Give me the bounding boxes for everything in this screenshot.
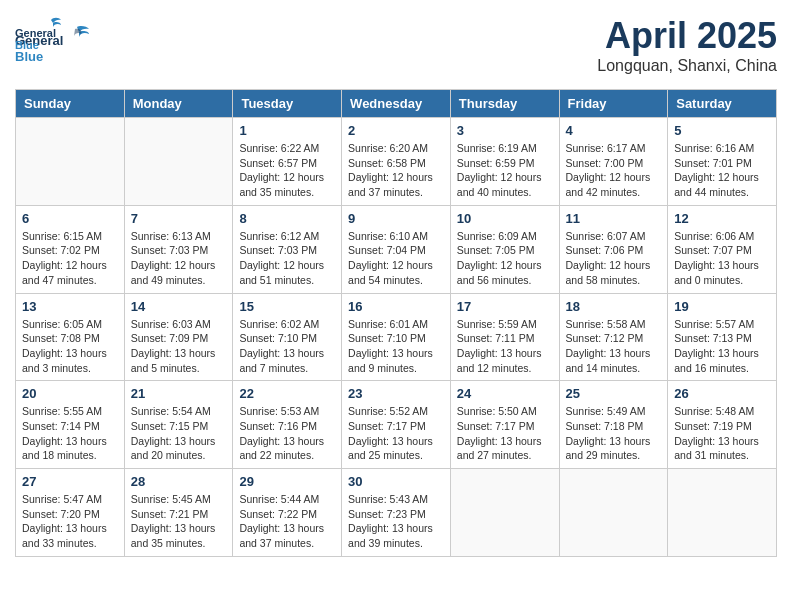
day-info: Sunrise: 6:17 AM Sunset: 7:00 PM Dayligh… [566,141,662,200]
header-friday: Friday [559,90,668,118]
table-row: 18Sunrise: 5:58 AM Sunset: 7:12 PM Dayli… [559,293,668,381]
table-row [16,118,125,206]
day-number: 6 [22,211,118,226]
day-number: 7 [131,211,227,226]
day-number: 9 [348,211,444,226]
day-info: Sunrise: 5:59 AM Sunset: 7:11 PM Dayligh… [457,317,553,376]
table-row: 12Sunrise: 6:06 AM Sunset: 7:07 PM Dayli… [668,205,777,293]
day-info: Sunrise: 5:53 AM Sunset: 7:16 PM Dayligh… [239,404,335,463]
table-row: 26Sunrise: 5:48 AM Sunset: 7:19 PM Dayli… [668,381,777,469]
day-number: 11 [566,211,662,226]
day-info: Sunrise: 5:43 AM Sunset: 7:23 PM Dayligh… [348,492,444,551]
calendar-header-row: Sunday Monday Tuesday Wednesday Thursday… [16,90,777,118]
svg-text:General: General [15,27,56,39]
table-row: 3Sunrise: 6:19 AM Sunset: 6:59 PM Daylig… [450,118,559,206]
day-number: 4 [566,123,662,138]
day-info: Sunrise: 6:01 AM Sunset: 7:10 PM Dayligh… [348,317,444,376]
day-info: Sunrise: 6:05 AM Sunset: 7:08 PM Dayligh… [22,317,118,376]
day-number: 5 [674,123,770,138]
day-number: 27 [22,474,118,489]
day-info: Sunrise: 6:13 AM Sunset: 7:03 PM Dayligh… [131,229,227,288]
day-number: 28 [131,474,227,489]
day-info: Sunrise: 6:06 AM Sunset: 7:07 PM Dayligh… [674,229,770,288]
day-number: 13 [22,299,118,314]
calendar-week-row: 6Sunrise: 6:15 AM Sunset: 7:02 PM Daylig… [16,205,777,293]
header-monday: Monday [124,90,233,118]
day-number: 19 [674,299,770,314]
day-info: Sunrise: 6:03 AM Sunset: 7:09 PM Dayligh… [131,317,227,376]
table-row: 17Sunrise: 5:59 AM Sunset: 7:11 PM Dayli… [450,293,559,381]
month-title: April 2025 [597,15,777,57]
day-info: Sunrise: 5:50 AM Sunset: 7:17 PM Dayligh… [457,404,553,463]
table-row: 4Sunrise: 6:17 AM Sunset: 7:00 PM Daylig… [559,118,668,206]
svg-text:Blue: Blue [15,39,39,51]
day-number: 22 [239,386,335,401]
table-row: 2Sunrise: 6:20 AM Sunset: 6:58 PM Daylig… [342,118,451,206]
table-row: 29Sunrise: 5:44 AM Sunset: 7:22 PM Dayli… [233,469,342,557]
table-row: 10Sunrise: 6:09 AM Sunset: 7:05 PM Dayli… [450,205,559,293]
day-number: 16 [348,299,444,314]
day-number: 10 [457,211,553,226]
day-number: 30 [348,474,444,489]
day-number: 2 [348,123,444,138]
calendar-week-row: 13Sunrise: 6:05 AM Sunset: 7:08 PM Dayli… [16,293,777,381]
table-row: 15Sunrise: 6:02 AM Sunset: 7:10 PM Dayli… [233,293,342,381]
table-row: 11Sunrise: 6:07 AM Sunset: 7:06 PM Dayli… [559,205,668,293]
table-row: 16Sunrise: 6:01 AM Sunset: 7:10 PM Dayli… [342,293,451,381]
day-number: 20 [22,386,118,401]
calendar-week-row: 27Sunrise: 5:47 AM Sunset: 7:20 PM Dayli… [16,469,777,557]
table-row: 25Sunrise: 5:49 AM Sunset: 7:18 PM Dayli… [559,381,668,469]
day-info: Sunrise: 5:48 AM Sunset: 7:19 PM Dayligh… [674,404,770,463]
table-row: 19Sunrise: 5:57 AM Sunset: 7:13 PM Dayli… [668,293,777,381]
day-info: Sunrise: 5:45 AM Sunset: 7:21 PM Dayligh… [131,492,227,551]
day-info: Sunrise: 6:16 AM Sunset: 7:01 PM Dayligh… [674,141,770,200]
table-row: 1Sunrise: 6:22 AM Sunset: 6:57 PM Daylig… [233,118,342,206]
day-number: 8 [239,211,335,226]
day-info: Sunrise: 6:20 AM Sunset: 6:58 PM Dayligh… [348,141,444,200]
table-row: 20Sunrise: 5:55 AM Sunset: 7:14 PM Dayli… [16,381,125,469]
location: Longquan, Shanxi, China [597,57,777,75]
day-info: Sunrise: 5:44 AM Sunset: 7:22 PM Dayligh… [239,492,335,551]
table-row: 21Sunrise: 5:54 AM Sunset: 7:15 PM Dayli… [124,381,233,469]
logo: General Blue General Blue [15,15,95,79]
day-info: Sunrise: 6:07 AM Sunset: 7:06 PM Dayligh… [566,229,662,288]
day-info: Sunrise: 5:57 AM Sunset: 7:13 PM Dayligh… [674,317,770,376]
table-row: 30Sunrise: 5:43 AM Sunset: 7:23 PM Dayli… [342,469,451,557]
day-info: Sunrise: 6:10 AM Sunset: 7:04 PM Dayligh… [348,229,444,288]
day-info: Sunrise: 5:49 AM Sunset: 7:18 PM Dayligh… [566,404,662,463]
table-row: 6Sunrise: 6:15 AM Sunset: 7:02 PM Daylig… [16,205,125,293]
day-number: 21 [131,386,227,401]
page-header: General Blue General Blue April 2025 Lon… [15,15,777,79]
table-row: 24Sunrise: 5:50 AM Sunset: 7:17 PM Dayli… [450,381,559,469]
day-number: 12 [674,211,770,226]
day-number: 1 [239,123,335,138]
day-number: 18 [566,299,662,314]
table-row: 23Sunrise: 5:52 AM Sunset: 7:17 PM Dayli… [342,381,451,469]
table-row [450,469,559,557]
table-row: 7Sunrise: 6:13 AM Sunset: 7:03 PM Daylig… [124,205,233,293]
day-number: 23 [348,386,444,401]
table-row [124,118,233,206]
logo-bird-icon: General Blue [15,15,63,55]
table-row: 14Sunrise: 6:03 AM Sunset: 7:09 PM Dayli… [124,293,233,381]
day-info: Sunrise: 6:02 AM Sunset: 7:10 PM Dayligh… [239,317,335,376]
day-number: 29 [239,474,335,489]
day-info: Sunrise: 6:22 AM Sunset: 6:57 PM Dayligh… [239,141,335,200]
title-block: April 2025 Longquan, Shanxi, China [597,15,777,75]
table-row: 28Sunrise: 5:45 AM Sunset: 7:21 PM Dayli… [124,469,233,557]
day-number: 15 [239,299,335,314]
header-sunday: Sunday [16,90,125,118]
day-info: Sunrise: 5:54 AM Sunset: 7:15 PM Dayligh… [131,404,227,463]
day-info: Sunrise: 6:19 AM Sunset: 6:59 PM Dayligh… [457,141,553,200]
table-row: 9Sunrise: 6:10 AM Sunset: 7:04 PM Daylig… [342,205,451,293]
day-number: 17 [457,299,553,314]
header-thursday: Thursday [450,90,559,118]
table-row [559,469,668,557]
table-row: 22Sunrise: 5:53 AM Sunset: 7:16 PM Dayli… [233,381,342,469]
day-number: 14 [131,299,227,314]
day-number: 24 [457,386,553,401]
header-tuesday: Tuesday [233,90,342,118]
day-info: Sunrise: 5:47 AM Sunset: 7:20 PM Dayligh… [22,492,118,551]
day-number: 26 [674,386,770,401]
header-saturday: Saturday [668,90,777,118]
